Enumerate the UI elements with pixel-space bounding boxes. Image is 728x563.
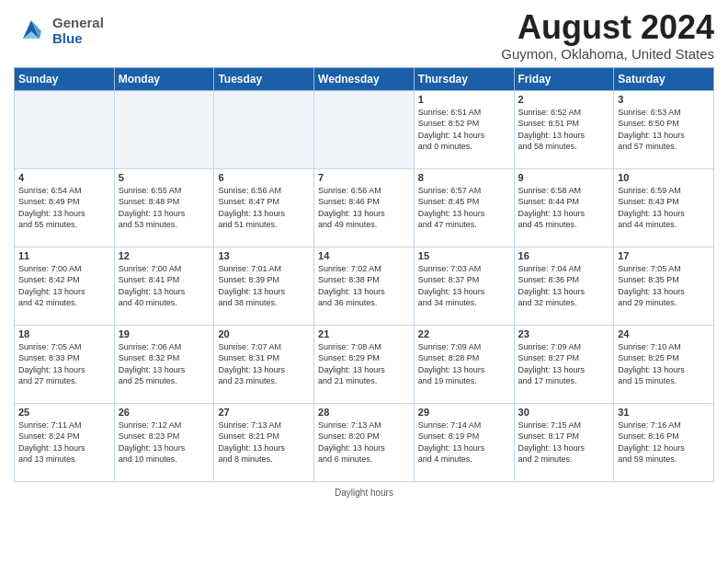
- day-number: 5: [119, 172, 210, 183]
- day-number: 16: [518, 250, 610, 261]
- calendar-week-row: 11Sunrise: 7:00 AMSunset: 8:42 PMDayligh…: [15, 247, 714, 325]
- calendar-cell: 21Sunrise: 7:08 AMSunset: 8:29 PMDayligh…: [314, 325, 415, 403]
- cell-info: Sunrise: 7:06 AMSunset: 8:32 PMDaylight:…: [119, 341, 210, 387]
- day-number: 13: [218, 250, 310, 261]
- calendar: SundayMondayTuesdayWednesdayThursdayFrid…: [14, 67, 714, 482]
- cell-info: Sunrise: 6:56 AMSunset: 8:46 PMDaylight:…: [318, 185, 410, 231]
- calendar-cell: 7Sunrise: 6:56 AMSunset: 8:46 PMDaylight…: [314, 168, 415, 247]
- calendar-cell: 26Sunrise: 7:12 AMSunset: 8:23 PMDayligh…: [114, 403, 214, 481]
- calendar-cell: 25Sunrise: 7:11 AMSunset: 8:24 PMDayligh…: [15, 403, 115, 481]
- logo: General Blue: [14, 13, 104, 48]
- day-number: 22: [418, 328, 510, 339]
- title-block: August 2024 Guymon, Oklahoma, United Sta…: [501, 9, 714, 62]
- day-number: 27: [218, 407, 310, 418]
- cell-info: Sunrise: 7:16 AMSunset: 8:16 PMDaylight:…: [618, 419, 710, 465]
- calendar-cell: [314, 90, 415, 168]
- cell-info: Sunrise: 7:04 AMSunset: 8:36 PMDaylight:…: [518, 263, 610, 309]
- cell-info: Sunrise: 6:52 AMSunset: 8:51 PMDaylight:…: [518, 107, 610, 153]
- cell-info: Sunrise: 7:00 AMSunset: 8:42 PMDaylight:…: [18, 263, 110, 309]
- day-number: 28: [318, 407, 410, 418]
- calendar-cell: 11Sunrise: 7:00 AMSunset: 8:42 PMDayligh…: [15, 247, 115, 325]
- day-number: 11: [18, 250, 110, 261]
- calendar-cell: 8Sunrise: 6:57 AMSunset: 8:45 PMDaylight…: [414, 168, 514, 247]
- calendar-cell: 6Sunrise: 6:56 AMSunset: 8:47 PMDaylight…: [214, 168, 314, 247]
- cell-info: Sunrise: 6:57 AMSunset: 8:45 PMDaylight:…: [418, 185, 510, 231]
- cell-info: Sunrise: 6:56 AMSunset: 8:47 PMDaylight:…: [218, 185, 310, 231]
- day-number: 1: [418, 94, 510, 105]
- calendar-cell: 9Sunrise: 6:58 AMSunset: 8:44 PMDaylight…: [514, 168, 614, 247]
- calendar-header-row: SundayMondayTuesdayWednesdayThursdayFrid…: [15, 67, 714, 90]
- daylight-label: Daylight hours: [335, 488, 393, 498]
- calendar-cell: 4Sunrise: 6:54 AMSunset: 8:49 PMDaylight…: [15, 168, 115, 247]
- header: General Blue August 2024 Guymon, Oklahom…: [14, 9, 714, 62]
- day-number: 17: [618, 250, 710, 261]
- calendar-cell: 17Sunrise: 7:05 AMSunset: 8:35 PMDayligh…: [614, 247, 714, 325]
- calendar-week-row: 4Sunrise: 6:54 AMSunset: 8:49 PMDaylight…: [15, 168, 714, 247]
- calendar-cell: 27Sunrise: 7:13 AMSunset: 8:21 PMDayligh…: [214, 403, 314, 481]
- calendar-cell: [214, 90, 314, 168]
- calendar-cell: 15Sunrise: 7:03 AMSunset: 8:37 PMDayligh…: [414, 247, 514, 325]
- cell-info: Sunrise: 7:01 AMSunset: 8:39 PMDaylight:…: [218, 263, 310, 309]
- cell-info: Sunrise: 6:53 AMSunset: 8:50 PMDaylight:…: [618, 107, 710, 153]
- calendar-cell: 24Sunrise: 7:10 AMSunset: 8:25 PMDayligh…: [614, 325, 714, 403]
- day-number: 6: [218, 172, 310, 183]
- calendar-cell: 10Sunrise: 6:59 AMSunset: 8:43 PMDayligh…: [614, 168, 714, 247]
- calendar-cell: 16Sunrise: 7:04 AMSunset: 8:36 PMDayligh…: [514, 247, 614, 325]
- day-number: 25: [18, 407, 110, 418]
- calendar-cell: 14Sunrise: 7:02 AMSunset: 8:38 PMDayligh…: [314, 247, 415, 325]
- calendar-week-row: 25Sunrise: 7:11 AMSunset: 8:24 PMDayligh…: [15, 403, 714, 481]
- calendar-day-header: Thursday: [414, 67, 514, 90]
- cell-info: Sunrise: 7:00 AMSunset: 8:41 PMDaylight:…: [119, 263, 210, 309]
- calendar-cell: 22Sunrise: 7:09 AMSunset: 8:28 PMDayligh…: [414, 325, 514, 403]
- cell-info: Sunrise: 7:09 AMSunset: 8:28 PMDaylight:…: [418, 341, 510, 387]
- cell-info: Sunrise: 6:55 AMSunset: 8:48 PMDaylight:…: [119, 185, 210, 231]
- day-number: 10: [618, 172, 710, 183]
- cell-info: Sunrise: 6:58 AMSunset: 8:44 PMDaylight:…: [518, 185, 610, 231]
- calendar-cell: 29Sunrise: 7:14 AMSunset: 8:19 PMDayligh…: [414, 403, 514, 481]
- day-number: 15: [418, 250, 510, 261]
- logo-icon: [14, 13, 49, 48]
- day-number: 12: [119, 250, 210, 261]
- calendar-day-header: Sunday: [15, 67, 115, 90]
- day-number: 19: [119, 328, 210, 339]
- calendar-cell: [114, 90, 214, 168]
- day-number: 14: [318, 250, 410, 261]
- cell-info: Sunrise: 7:05 AMSunset: 8:33 PMDaylight:…: [18, 341, 110, 387]
- calendar-cell: 23Sunrise: 7:09 AMSunset: 8:27 PMDayligh…: [514, 325, 614, 403]
- calendar-cell: 31Sunrise: 7:16 AMSunset: 8:16 PMDayligh…: [614, 403, 714, 481]
- cell-info: Sunrise: 6:54 AMSunset: 8:49 PMDaylight:…: [18, 185, 110, 231]
- calendar-cell: 5Sunrise: 6:55 AMSunset: 8:48 PMDaylight…: [114, 168, 214, 247]
- cell-info: Sunrise: 7:03 AMSunset: 8:37 PMDaylight:…: [418, 263, 510, 309]
- calendar-week-row: 1Sunrise: 6:51 AMSunset: 8:52 PMDaylight…: [15, 90, 714, 168]
- page: General Blue August 2024 Guymon, Oklahom…: [0, 0, 728, 563]
- calendar-cell: 18Sunrise: 7:05 AMSunset: 8:33 PMDayligh…: [15, 325, 115, 403]
- calendar-cell: 1Sunrise: 6:51 AMSunset: 8:52 PMDaylight…: [414, 90, 514, 168]
- calendar-cell: 12Sunrise: 7:00 AMSunset: 8:41 PMDayligh…: [114, 247, 214, 325]
- cell-info: Sunrise: 6:59 AMSunset: 8:43 PMDaylight:…: [618, 185, 710, 231]
- calendar-cell: 20Sunrise: 7:07 AMSunset: 8:31 PMDayligh…: [214, 325, 314, 403]
- day-number: 21: [318, 328, 410, 339]
- cell-info: Sunrise: 7:14 AMSunset: 8:19 PMDaylight:…: [418, 419, 510, 465]
- calendar-day-header: Tuesday: [214, 67, 314, 90]
- day-number: 8: [418, 172, 510, 183]
- calendar-day-header: Wednesday: [314, 67, 415, 90]
- cell-info: Sunrise: 7:13 AMSunset: 8:20 PMDaylight:…: [318, 419, 410, 465]
- calendar-cell: 30Sunrise: 7:15 AMSunset: 8:17 PMDayligh…: [514, 403, 614, 481]
- day-number: 2: [518, 94, 610, 105]
- day-number: 3: [618, 94, 710, 105]
- cell-info: Sunrise: 7:02 AMSunset: 8:38 PMDaylight:…: [318, 263, 410, 309]
- cell-info: Sunrise: 7:11 AMSunset: 8:24 PMDaylight:…: [18, 419, 110, 465]
- day-number: 30: [518, 407, 610, 418]
- cell-info: Sunrise: 7:08 AMSunset: 8:29 PMDaylight:…: [318, 341, 410, 387]
- day-number: 20: [218, 328, 310, 339]
- day-number: 29: [418, 407, 510, 418]
- calendar-day-header: Friday: [514, 67, 614, 90]
- day-number: 23: [518, 328, 610, 339]
- calendar-cell: 19Sunrise: 7:06 AMSunset: 8:32 PMDayligh…: [114, 325, 214, 403]
- month-title: August 2024: [501, 9, 714, 46]
- logo-blue: Blue: [52, 30, 83, 46]
- calendar-day-header: Monday: [114, 67, 214, 90]
- cell-info: Sunrise: 6:51 AMSunset: 8:52 PMDaylight:…: [418, 107, 510, 153]
- cell-info: Sunrise: 7:07 AMSunset: 8:31 PMDaylight:…: [218, 341, 310, 387]
- logo-text: General Blue: [52, 15, 104, 47]
